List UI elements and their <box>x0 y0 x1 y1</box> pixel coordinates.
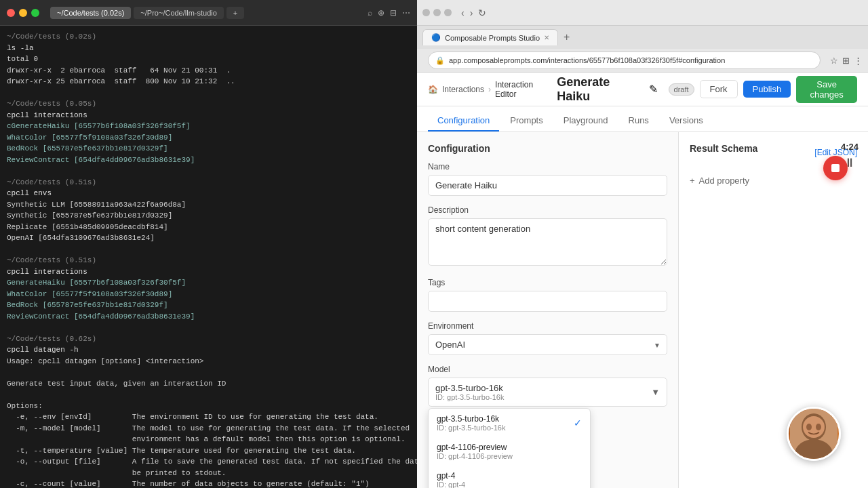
model-option-name: gpt-3.5-turbo-16k <box>437 414 506 424</box>
terminal-line: -m, --model [model] The model to use for… <box>7 423 410 434</box>
environment-label: Environment <box>428 321 667 331</box>
terminal-line: WhatColor [65577f5f9108a03f326f30d89] <box>7 289 410 300</box>
tab-configuration[interactable]: Configuration <box>428 110 499 131</box>
browser-maximize[interactable] <box>444 9 452 16</box>
browser-chrome: ‹ › ↻ <box>417 0 868 26</box>
terminal-line: Usage: cpcll datagen [options] <interact… <box>7 356 410 367</box>
extensions-icon[interactable]: ⊞ <box>842 56 850 66</box>
fork-button[interactable]: Fork <box>700 80 738 98</box>
filter-icon[interactable]: ⊟ <box>390 8 397 18</box>
address-bar-row: 🔒 app.composableprompts.com/interactions… <box>417 49 868 73</box>
model-field-group: Model gpt-3.5-turbo-16k ID: gpt-3.5-turb… <box>428 365 667 428</box>
terminal-line: Generate test input data, given an inter… <box>7 378 410 390</box>
close-button[interactable] <box>7 9 15 17</box>
browser-nav-buttons: ‹ › ↻ <box>460 6 488 20</box>
terminal-line: Synthetic LLM [65588911a963a422f6a96d8a] <box>7 199 410 211</box>
more-options-icon[interactable]: ⋮ <box>854 56 863 66</box>
terminal-line: GenerateHaiku [65577b6f108a03f326f30f5f] <box>7 277 410 289</box>
new-tab-button[interactable]: + <box>564 31 570 43</box>
tags-input[interactable] <box>428 291 667 312</box>
search-icon[interactable]: ⌕ <box>368 8 372 18</box>
save-changes-button[interactable]: Save changes <box>796 76 857 103</box>
model-option-gpt4-preview[interactable]: gpt-4-1106-preview ID: gpt-4-1106-previe… <box>429 437 590 466</box>
terminal-output: ~/Code/tests (0.02s) ls -la total 0 drwx… <box>0 26 417 488</box>
terminal-line: OpenAI [654dfa3109676ad3b8631e24] <box>7 232 410 244</box>
terminal-line: cGenerateHaiku [65577b6f108a03f326f30f5f… <box>7 121 410 132</box>
terminal-line: ~/Code/tests (0.51s) <box>7 255 410 266</box>
model-option-gpt35[interactable]: gpt-3.5-turbo-16k ID: gpt-3.5-turbo-16k … <box>429 409 590 437</box>
terminal-line: ReviewContract [654dfa4dd09676ad3b8631e3… <box>7 155 410 166</box>
terminal-line: -t, --temperature [value] The temperatur… <box>7 445 410 457</box>
stop-icon <box>831 164 840 172</box>
browser-tab-bar: 🔵 Composable Prompts Studio ✕ + <box>417 26 868 49</box>
draft-badge: draft <box>669 83 694 96</box>
terminal-line: cpcll interactions <box>7 110 410 121</box>
tab-versions[interactable]: Versions <box>660 110 713 131</box>
svg-point-5 <box>806 424 812 430</box>
name-label: Name <box>428 162 667 171</box>
browser-minimize[interactable] <box>433 9 441 16</box>
model-option-name: gpt-4-1106-preview <box>437 443 513 452</box>
terminal-line: ls -la <box>7 43 410 54</box>
app-tabs: Configuration Prompts Playground Runs Ve… <box>417 106 868 132</box>
forward-button[interactable]: › <box>469 6 475 20</box>
terminal-line: ReviewContract [654dfa4dd09676ad3b8631e3… <box>7 311 410 323</box>
environment-field-group: Environment OpenAI ▼ <box>428 321 667 355</box>
refresh-button[interactable]: ↻ <box>477 6 488 20</box>
model-dropdown-list: gpt-3.5-turbo-16k ID: gpt-3.5-turbo-16k … <box>428 408 591 488</box>
browser-close[interactable] <box>422 9 430 16</box>
terminal-line: be printed to stdout. <box>7 468 410 479</box>
terminal-tab-llm[interactable]: ~/Pro~/Code/llm-studio <box>134 7 224 19</box>
model-option-id: ID: gpt-4-1106-preview <box>437 452 513 460</box>
more-icon[interactable]: ⋯ <box>402 8 410 18</box>
name-input[interactable] <box>428 175 667 196</box>
back-button[interactable]: ‹ <box>460 6 466 20</box>
browser-tab-composable[interactable]: 🔵 Composable Prompts Studio ✕ <box>422 29 558 45</box>
maximize-button[interactable] <box>31 9 39 17</box>
result-schema-title: Result Schema <box>690 143 757 154</box>
tab-playground[interactable]: Playground <box>554 110 618 131</box>
configuration-panel: Configuration Name Description Tags Envi… <box>417 132 678 488</box>
terminal-tab-tests[interactable]: ~/Code/tests (0.02s) <box>50 7 131 19</box>
bookmark-icon[interactable]: ⊕ <box>378 8 384 18</box>
terminal-titlebar: ~/Code/tests (0.02s) ~/Pro~/Code/llm-stu… <box>0 0 417 26</box>
tags-field-group: Tags <box>428 278 667 312</box>
browser-panel: ‹ › ↻ 🔵 Composable Prompts Studio ✕ + 🔒 … <box>417 0 868 488</box>
browser-tab-label: Composable Prompts Studio <box>445 34 540 42</box>
bookmark-icon[interactable]: ☆ <box>830 56 838 66</box>
stop-record-button[interactable] <box>823 156 848 180</box>
model-option-gpt4[interactable]: gpt-4 ID: gpt-4 <box>429 466 590 488</box>
terminal-tab-new[interactable]: + <box>226 7 244 19</box>
terminal-line: WhatColor [65577f5f9108a03f326f30d89] <box>7 132 410 144</box>
terminal-line: total 0 <box>7 54 410 65</box>
terminal-line: cpcll envs <box>7 188 410 199</box>
model-id: ID: gpt-3.5-turbo-16k <box>435 393 505 401</box>
breadcrumb-separator: › <box>488 85 491 94</box>
environment-select[interactable]: OpenAI <box>428 334 667 355</box>
description-textarea[interactable] <box>428 218 667 266</box>
app-header: 🏠 Interactions › Interaction Editor Gene… <box>417 73 868 106</box>
minimize-button[interactable] <box>19 9 27 17</box>
chevron-down-icon: ▼ <box>651 387 660 397</box>
terminal-line: Options: <box>7 401 410 412</box>
checkmark-icon: ✓ <box>574 418 582 428</box>
terminal-tabs: ~/Code/tests (0.02s) ~/Pro~/Code/llm-stu… <box>50 7 362 19</box>
dropdown-item-content: gpt-4 ID: gpt-4 <box>437 471 465 488</box>
breadcrumb-interactions[interactable]: Interactions <box>442 85 484 94</box>
lock-icon: 🔒 <box>435 56 445 65</box>
terminal-line: -e, --env [envId] The environment ID to … <box>7 411 410 423</box>
configuration-panel-title: Configuration <box>428 143 667 154</box>
terminal-line: BedRock [655787e5fe637bb1e817d0329f] <box>7 300 410 311</box>
timer-display: 4:24 <box>841 142 859 152</box>
model-select-trigger[interactable]: gpt-3.5-turbo-16k ID: gpt-3.5-turbo-16k … <box>428 378 667 407</box>
tab-runs[interactable]: Runs <box>619 110 658 131</box>
user-avatar <box>787 407 841 461</box>
publish-button[interactable]: Publish <box>743 81 791 98</box>
tab-prompts[interactable]: Prompts <box>500 110 552 131</box>
breadcrumb: 🏠 Interactions › Interaction Editor <box>428 80 546 99</box>
address-bar[interactable]: 🔒 app.composableprompts.com/interactions… <box>428 52 821 69</box>
edit-icon[interactable]: ✎ <box>649 83 658 96</box>
plus-icon: + <box>690 176 695 186</box>
header-actions: Fork Publish Save changes <box>700 76 857 103</box>
tab-close-icon[interactable]: ✕ <box>544 34 549 41</box>
